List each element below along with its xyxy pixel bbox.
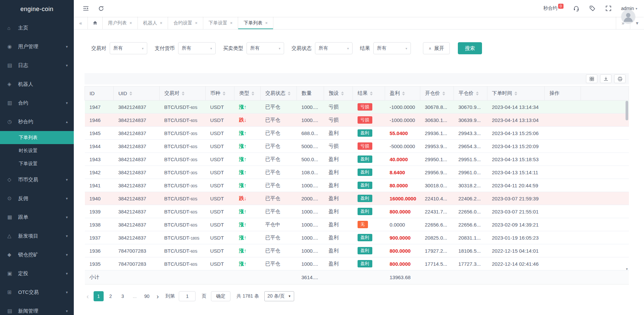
- sidebar-subitem-order-settings[interactable]: 下单设置: [0, 157, 74, 170]
- tab-robot[interactable]: 机器人 ×: [138, 17, 168, 29]
- sidebar-item-logs[interactable]: ▤ 日志 ▾: [0, 56, 74, 75]
- avatar[interactable]: [621, 10, 635, 24]
- filter-trade-status-select[interactable]: 所有 ▾: [315, 42, 353, 54]
- column-open-price[interactable]: 开仓价: [420, 86, 454, 101]
- page-button[interactable]: 2: [106, 291, 116, 301]
- sidebar-item-robot[interactable]: ◈ 机器人: [0, 75, 74, 93]
- collapse-filters-button[interactable]: ∧ 展开: [423, 42, 450, 54]
- export-button[interactable]: [600, 74, 611, 83]
- cell-pair: BTC/USDT-60S: [160, 244, 206, 257]
- column-settings-button[interactable]: [586, 74, 597, 83]
- page-button[interactable]: 3: [118, 291, 128, 301]
- column-actions[interactable]: 操作: [545, 86, 581, 101]
- sort-carets-icon[interactable]: [442, 91, 445, 96]
- scrollbar-thumb[interactable]: [626, 101, 628, 120]
- table-row[interactable]: 1937 3842124837 BTC/USDT-180S USDT 涨↑ 已平…: [85, 231, 629, 244]
- column-pair[interactable]: 交易对: [160, 86, 206, 101]
- cell-actions: [545, 127, 581, 140]
- notice-link[interactable]: 秒合约 0: [543, 5, 564, 11]
- sidebar-item-contract[interactable]: ▥ 合约 ▾: [0, 93, 74, 112]
- sidebar-item-spot-trading[interactable]: ◇ 币币交易 ▾: [0, 170, 74, 189]
- sidebar-item-otc-trading[interactable]: ⊞ OTC交易 ▾: [0, 283, 74, 302]
- scroll-down-arrow-icon[interactable]: ▼: [625, 267, 629, 271]
- column-order-time[interactable]: 下单时间: [487, 86, 545, 101]
- sort-carets-icon[interactable]: [370, 91, 373, 96]
- sort-carets-icon[interactable]: [515, 91, 517, 96]
- sort-carets-icon[interactable]: [223, 91, 225, 96]
- sort-carets-icon[interactable]: [182, 91, 184, 96]
- fullscreen-icon[interactable]: [605, 5, 612, 12]
- sidebar-item-rebate[interactable]: ⊙ 反佣 ▾: [0, 189, 74, 208]
- table-row[interactable]: 1947 3842124837 BTC/USDT-60S USDT 涨↑ 已平仓…: [85, 101, 629, 114]
- sort-carets-icon[interactable]: [476, 91, 479, 96]
- column-uid[interactable]: UID: [114, 86, 160, 101]
- column-preset[interactable]: 预设: [324, 86, 353, 101]
- table-row[interactable]: 1936 7847007283 BTC/USDT-60S USDT 涨↑ 已平仓…: [85, 244, 629, 257]
- collapse-sidebar-icon[interactable]: [83, 5, 89, 12]
- tabs-scroll-left-button[interactable]: «: [74, 17, 88, 29]
- sort-carets-icon[interactable]: [252, 91, 254, 96]
- table-row[interactable]: 1938 3842124837 BTC/USDT-60S USDT 涨↑ 平仓中…: [85, 218, 629, 231]
- table-row[interactable]: 1946 3842124837 BTC/USDT-60S USDT 跌↓ 已平仓…: [85, 114, 629, 127]
- column-type[interactable]: 类型: [234, 86, 261, 101]
- page-button[interactable]: ...: [130, 291, 140, 301]
- column-close-price[interactable]: 平仓价: [454, 86, 487, 101]
- close-icon[interactable]: ×: [129, 20, 132, 25]
- sidebar-item-copy-trading[interactable]: ▦ 跟单 ▾: [0, 208, 74, 227]
- tab-home[interactable]: [88, 17, 103, 29]
- table-scrollbar[interactable]: ▼: [625, 100, 629, 270]
- tag-icon[interactable]: [589, 5, 596, 12]
- table-row[interactable]: 1942 3842124837 BTC/USDT-30S USDT 涨↑ 已平仓…: [85, 166, 629, 179]
- sort-carets-icon[interactable]: [341, 91, 344, 96]
- column-id[interactable]: ID: [85, 86, 114, 101]
- filter-pair-select[interactable]: 所有 ▾: [110, 42, 147, 54]
- column-status[interactable]: 交易状态: [261, 86, 297, 101]
- column-coin[interactable]: 币种: [206, 86, 234, 101]
- tab-user-list[interactable]: 用户列表 ×: [103, 17, 138, 29]
- sidebar-item-lock-mining[interactable]: ◆ 锁仓挖矿 ▾: [0, 245, 74, 264]
- table-row[interactable]: 1943 3842124837 BTC/USDT-30S USDT 涨↑ 已平仓…: [85, 153, 629, 166]
- sidebar-subitem-duration-settings[interactable]: 时长设置: [0, 144, 74, 157]
- sort-carets-icon[interactable]: [288, 91, 290, 96]
- sidebar-item-second-contract[interactable]: ◷ 秒合约 ▴: [0, 112, 74, 131]
- close-icon[interactable]: ×: [195, 20, 198, 25]
- tab-order-list[interactable]: 下单列表 ×: [238, 17, 273, 29]
- table-row[interactable]: 1941 3842124837 BTC/USDT-30S USDT 涨↑ 已平仓…: [85, 179, 629, 192]
- filter-trade-type-select[interactable]: 所有 ▾: [247, 42, 284, 54]
- sidebar-item-home[interactable]: ⌂ 主页: [0, 18, 74, 37]
- tab-contract-settings[interactable]: 合约设置 ×: [168, 17, 203, 29]
- refresh-icon[interactable]: [98, 5, 104, 12]
- close-icon[interactable]: ×: [230, 20, 233, 25]
- column-result[interactable]: 结果: [353, 86, 385, 101]
- sidebar-item-news-management[interactable]: ▤ 新闻管理 ▾: [0, 302, 74, 315]
- page-button[interactable]: 90: [142, 291, 152, 301]
- table-row[interactable]: 1945 3842124837 BTC/USDT-30S USDT 涨↑ 已平仓…: [85, 127, 629, 140]
- sort-carets-icon[interactable]: [129, 91, 132, 96]
- sort-carets-icon[interactable]: [402, 91, 405, 96]
- sidebar-item-new-projects[interactable]: △ 新发项目 ▾: [0, 227, 74, 245]
- column-profit[interactable]: 盈利: [385, 86, 420, 101]
- confirm-button[interactable]: 确定: [211, 291, 230, 301]
- close-icon[interactable]: ×: [265, 20, 268, 25]
- table-row[interactable]: 1939 3842124837 BTC/USDT-60S USDT 涨↑ 已平仓…: [85, 205, 629, 218]
- column-amount[interactable]: 数量: [297, 86, 324, 101]
- goto-page-input[interactable]: [179, 291, 196, 301]
- sidebar-item-user-management[interactable]: ◉ 用户管理 ▾: [0, 37, 74, 56]
- page-size-select[interactable]: 20 条/页 ▼: [264, 291, 294, 301]
- search-button[interactable]: 搜索: [458, 42, 482, 54]
- table-row[interactable]: 1940 3842124837 BTC/USDT-60S USDT 跌↓ 已平仓…: [85, 192, 629, 205]
- page-button[interactable]: 1: [94, 291, 104, 301]
- next-page-button[interactable]: ›: [155, 293, 161, 300]
- customer-service-icon[interactable]: [573, 5, 580, 12]
- column-filler[interactable]: [581, 86, 629, 101]
- sidebar-item-auto-invest[interactable]: ▣ 定投 ▾: [0, 264, 74, 283]
- filter-result-select[interactable]: 所有 ▾: [373, 42, 411, 54]
- print-button[interactable]: [614, 74, 626, 83]
- table-row[interactable]: 1944 3842124837 BTC/USDT-60S USDT 涨↑ 已平仓…: [85, 140, 629, 153]
- sidebar-subitem-order-list[interactable]: 下单列表: [0, 131, 74, 144]
- table-row[interactable]: 1935 7847007283 BTC/USDT-60S USDT 涨↑ 已平仓…: [85, 257, 629, 270]
- close-icon[interactable]: ×: [160, 20, 163, 25]
- tab-order-settings[interactable]: 下单设置 ×: [203, 17, 238, 29]
- prev-page-button[interactable]: ‹: [85, 293, 91, 300]
- filter-pay-currency-select[interactable]: 所有 ▾: [178, 42, 216, 54]
